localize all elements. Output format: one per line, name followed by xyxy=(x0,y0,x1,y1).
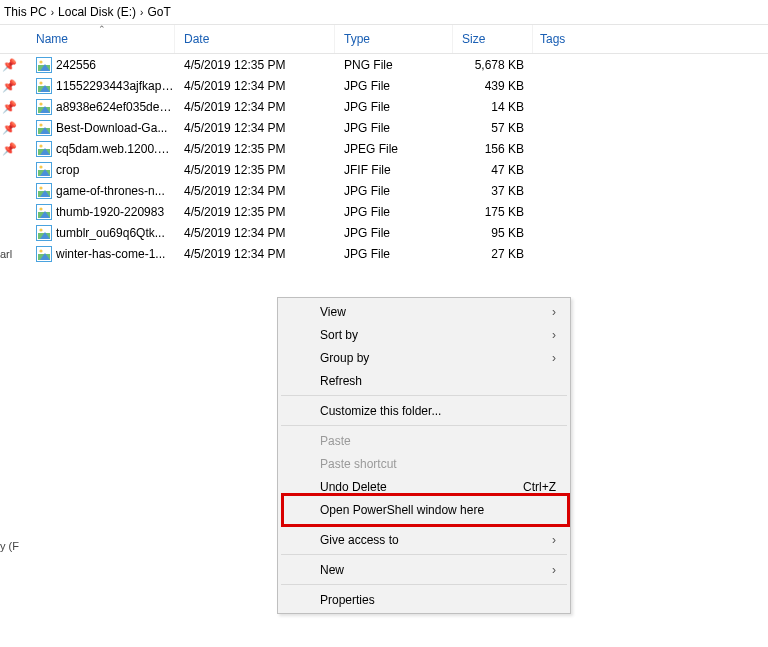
table-row[interactable]: winter-has-come-1...4/5/2019 12:34 PMJPG… xyxy=(0,243,768,264)
chevron-right-icon: › xyxy=(140,7,143,18)
menu-separator xyxy=(281,425,567,426)
breadcrumb-part[interactable]: This PC xyxy=(4,5,47,19)
file-type: JPG File xyxy=(344,184,452,198)
image-file-icon xyxy=(36,78,52,94)
svg-point-30 xyxy=(39,207,42,210)
file-size: 5,678 KB xyxy=(462,58,524,72)
menu-group-by[interactable]: Group by› xyxy=(280,346,568,369)
file-date: 4/5/2019 12:34 PM xyxy=(184,184,334,198)
file-name[interactable]: a8938e624ef035de4... xyxy=(56,100,174,114)
file-size: 27 KB xyxy=(462,247,524,261)
chevron-right-icon: › xyxy=(552,328,556,342)
breadcrumb[interactable]: This PC › Local Disk (E:) › GoT xyxy=(0,0,768,25)
file-name[interactable]: game-of-thrones-n... xyxy=(56,184,174,198)
image-file-icon xyxy=(36,99,52,115)
header-size[interactable]: Size xyxy=(462,25,533,53)
table-row[interactable]: 📌a8938e624ef035de4...4/5/2019 12:34 PMJP… xyxy=(0,96,768,117)
file-type: JPG File xyxy=(344,247,452,261)
sidebar-text: arl xyxy=(0,248,19,260)
file-date: 4/5/2019 12:34 PM xyxy=(184,226,334,240)
file-name[interactable]: tumblr_ou69q6Qtk... xyxy=(56,226,174,240)
menu-separator xyxy=(281,395,567,396)
image-file-icon xyxy=(36,225,52,241)
svg-point-2 xyxy=(39,60,42,63)
menu-properties[interactable]: Properties xyxy=(280,588,568,611)
file-name[interactable]: cq5dam.web.1200.6... xyxy=(56,142,174,156)
file-type: JFIF File xyxy=(344,163,452,177)
menu-open-powershell[interactable]: Open PowerShell window here xyxy=(280,498,568,521)
file-date: 4/5/2019 12:34 PM xyxy=(184,121,334,135)
image-file-icon xyxy=(36,120,52,136)
context-menu: View› Sort by› Group by› Refresh Customi… xyxy=(277,297,571,614)
file-size: 95 KB xyxy=(462,226,524,240)
file-size: 57 KB xyxy=(462,121,524,135)
file-date: 4/5/2019 12:35 PM xyxy=(184,163,334,177)
table-row[interactable]: game-of-thrones-n...4/5/2019 12:34 PMJPG… xyxy=(0,180,768,201)
file-size: 37 KB xyxy=(462,184,524,198)
file-name[interactable]: thumb-1920-220983 xyxy=(56,205,174,219)
file-list[interactable]: 📌2425564/5/2019 12:35 PMPNG File5,678 KB… xyxy=(0,54,768,264)
file-date: 4/5/2019 12:34 PM xyxy=(184,247,334,261)
table-row[interactable]: tumblr_ou69q6Qtk...4/5/2019 12:34 PMJPG … xyxy=(0,222,768,243)
pin-icon: 📌 xyxy=(2,121,16,135)
file-name[interactable]: crop xyxy=(56,163,174,177)
table-row[interactable]: 📌cq5dam.web.1200.6...4/5/2019 12:35 PMJP… xyxy=(0,138,768,159)
svg-point-26 xyxy=(39,186,42,189)
menu-refresh[interactable]: Refresh xyxy=(280,369,568,392)
file-type: JPEG File xyxy=(344,142,452,156)
menu-customize-folder[interactable]: Customize this folder... xyxy=(280,399,568,422)
file-name[interactable]: winter-has-come-1... xyxy=(56,247,174,261)
column-headers: ⌃ Name Date Type Size Tags xyxy=(0,25,768,54)
menu-undo-delete[interactable]: Undo DeleteCtrl+Z xyxy=(280,475,568,498)
chevron-right-icon: › xyxy=(552,533,556,547)
menu-new[interactable]: New› xyxy=(280,558,568,581)
pin-icon: 📌 xyxy=(2,100,16,114)
file-size: 156 KB xyxy=(462,142,524,156)
breadcrumb-part[interactable]: GoT xyxy=(147,5,170,19)
sidebar-text: y (F xyxy=(0,540,19,552)
table-row[interactable]: 📌2425564/5/2019 12:35 PMPNG File5,678 KB xyxy=(0,54,768,75)
sidebar-fragment: arl y (F xyxy=(0,248,19,552)
svg-point-38 xyxy=(39,249,42,252)
file-name[interactable]: 11552293443ajfkap7... xyxy=(56,79,174,93)
chevron-right-icon: › xyxy=(552,305,556,319)
menu-paste-shortcut: Paste shortcut xyxy=(280,452,568,475)
svg-point-14 xyxy=(39,123,42,126)
svg-point-6 xyxy=(39,81,42,84)
file-size: 14 KB xyxy=(462,100,524,114)
file-type: JPG File xyxy=(344,100,452,114)
file-date: 4/5/2019 12:34 PM xyxy=(184,100,334,114)
image-file-icon xyxy=(36,162,52,178)
breadcrumb-part[interactable]: Local Disk (E:) xyxy=(58,5,136,19)
menu-give-access-to[interactable]: Give access to› xyxy=(280,528,568,551)
table-row[interactable]: 📌11552293443ajfkap7...4/5/2019 12:34 PMJ… xyxy=(0,75,768,96)
file-size: 439 KB xyxy=(462,79,524,93)
header-date[interactable]: Date xyxy=(184,25,335,53)
image-file-icon xyxy=(36,57,52,73)
header-type[interactable]: Type xyxy=(344,25,453,53)
menu-shortcut: Ctrl+Z xyxy=(523,480,556,494)
svg-point-10 xyxy=(39,102,42,105)
file-type: JPG File xyxy=(344,226,452,240)
file-date: 4/5/2019 12:35 PM xyxy=(184,142,334,156)
image-file-icon xyxy=(36,183,52,199)
file-name[interactable]: Best-Download-Ga... xyxy=(56,121,174,135)
table-row[interactable]: thumb-1920-2209834/5/2019 12:35 PMJPG Fi… xyxy=(0,201,768,222)
menu-sort-by[interactable]: Sort by› xyxy=(280,323,568,346)
header-tags[interactable]: Tags xyxy=(540,25,626,53)
file-size: 175 KB xyxy=(462,205,524,219)
file-type: JPG File xyxy=(344,79,452,93)
image-file-icon xyxy=(36,204,52,220)
file-date: 4/5/2019 12:34 PM xyxy=(184,79,334,93)
header-name[interactable]: Name xyxy=(36,25,175,53)
table-row[interactable]: crop4/5/2019 12:35 PMJFIF File47 KB xyxy=(0,159,768,180)
file-name[interactable]: 242556 xyxy=(56,58,174,72)
image-file-icon xyxy=(36,246,52,262)
file-date: 4/5/2019 12:35 PM xyxy=(184,205,334,219)
table-row[interactable]: 📌Best-Download-Ga...4/5/2019 12:34 PMJPG… xyxy=(0,117,768,138)
file-date: 4/5/2019 12:35 PM xyxy=(184,58,334,72)
pin-icon: 📌 xyxy=(2,79,16,93)
menu-view[interactable]: View› xyxy=(280,300,568,323)
menu-separator xyxy=(281,524,567,525)
chevron-right-icon: › xyxy=(552,563,556,577)
